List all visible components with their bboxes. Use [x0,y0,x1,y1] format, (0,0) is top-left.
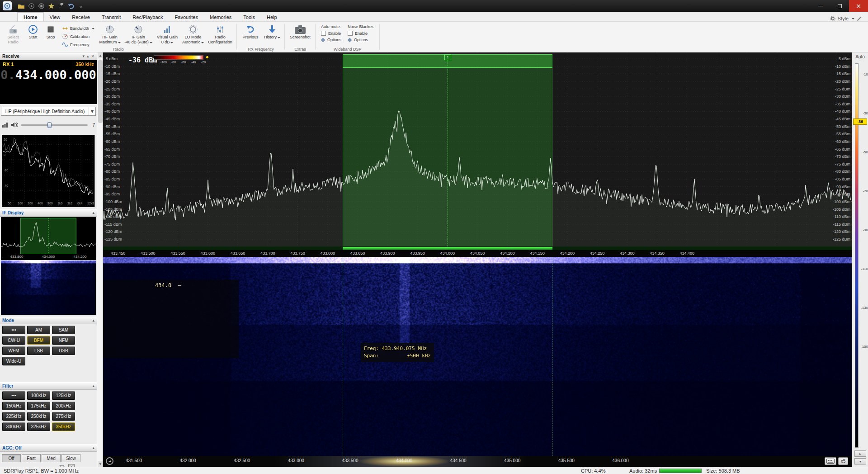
style-label[interactable]: Style [838,16,849,21]
levels-icon[interactable] [2,122,8,128]
calibration-button[interactable]: Calibration [61,33,96,40]
scroll-thumb[interactable] [98,60,103,123]
tab-tools[interactable]: Tools [237,13,261,21]
tab-favourites[interactable]: Favourites [169,13,204,21]
waterfall-display[interactable]: 434.0 – Freq: 433.940.075 MHz Span: ±500… [103,257,852,456]
palette-level-marker[interactable]: -36 [853,118,867,125]
noise-blanker-options[interactable]: Options [348,38,374,42]
filter-header[interactable]: Filter ▴ [0,382,97,390]
mode-button-wide-u[interactable]: Wide-U [2,357,25,365]
volume-slider-track[interactable] [21,124,88,126]
scroll-down-icon[interactable]: ▼ [98,461,103,467]
if-spectrum[interactable] [1,217,96,254]
previous-button[interactable]: Previous [240,23,261,46]
agc-button-med[interactable]: Med [42,454,61,462]
tuning-marker-flag[interactable]: 1 [444,54,451,60]
filter-collapse-icon[interactable]: ▴ [92,384,94,388]
stop-button[interactable]: Stop [42,23,59,46]
filter-button-more[interactable]: ••• [2,391,25,400]
audio-device-caret-icon[interactable]: ▼ [89,107,95,115]
palette-auto-label[interactable]: Auto [852,54,868,59]
auto-mute-enable-checkbox[interactable] [321,31,326,36]
lo-mode-button[interactable]: LO Mode Automatic [181,23,205,46]
pane-close-icon[interactable]: × [91,54,94,58]
filter-button-350khz[interactable]: 350kHz [52,422,75,431]
spectrum-display[interactable]: 1 -5 dBm-10 dBm-15 dBm-20 dBm-25 dBm-30 … [103,52,852,246]
auto-mute-options[interactable]: Options [321,38,341,42]
style-gear-icon[interactable] [830,16,835,21]
tuned-frequency[interactable]: 0.434.000.000 [0,68,97,82]
agc-button-fast[interactable]: Fast [22,454,41,462]
visual-gain-button[interactable]: Visual Gain 0 dB [155,23,180,46]
close-button[interactable]: × [849,0,868,12]
tuning-marker-line[interactable] [448,60,448,246]
audio-device-select[interactable]: HP (Périphérique High Definition Audio) … [1,107,96,116]
tab-rec-playback[interactable]: Rec/Playback [127,13,169,21]
tab-receive[interactable]: Receive [66,13,96,21]
screenshot-button[interactable]: Screenshot [288,23,313,46]
minimize-button[interactable]: — [811,0,830,12]
palette-scroll-down-icon[interactable]: ▾ [854,458,866,465]
filter-button-150khz[interactable]: 150kHz [2,402,25,410]
pane-pin-icon[interactable]: ▴ [87,54,89,58]
tab-help[interactable]: Help [261,13,283,21]
qat-dropdown-icon[interactable]: ⌄ [76,1,86,11]
undo-icon[interactable] [66,1,76,11]
filter-button-200khz[interactable]: 200kHz [52,402,75,410]
volume-slider-thumb[interactable] [47,122,52,128]
if-gain-button[interactable]: IF Gain -40 dB (Auto) [123,23,154,46]
agc-collapse-icon[interactable]: ▴ [92,446,94,450]
speaker-icon[interactable] [11,122,18,128]
waterfall-frequency-scale[interactable]: ◄ x5 431.500432.000432.500433.000433.500… [103,456,852,467]
mode-button-usb[interactable]: USB [52,346,75,355]
filter-button-125khz[interactable]: 125kHz [52,391,75,400]
style-caret-icon[interactable] [852,18,854,21]
mode-button-lsb[interactable]: LSB [27,346,50,355]
volume-slider[interactable] [21,122,88,128]
filter-button-275khz[interactable]: 275kHz [52,412,75,421]
folder-icon[interactable] [16,1,26,11]
mode-button-sam[interactable]: SAM [52,326,75,334]
zoom-strip-passband[interactable] [343,247,552,250]
tab-memories[interactable]: Memories [204,13,237,21]
spectrum-zoom-strip[interactable] [103,246,852,250]
filter-button-100khz[interactable]: 100kHz [27,391,50,400]
mode-button-cw-u[interactable]: CW-U [2,336,25,345]
record-icon[interactable] [36,1,46,11]
mode-button-bfm[interactable]: BFM [27,336,50,345]
keyboard-entry-button[interactable] [825,457,836,465]
noise-blanker-enable[interactable]: Enable [348,31,374,36]
tab-home[interactable]: Home [17,12,44,21]
mode-header[interactable]: Mode ▴ [0,317,97,324]
scroll-up-icon[interactable]: ▲ [98,52,103,58]
spectrum-frequency-scale[interactable]: 433.450433.500433.550433.600433.650433.7… [103,250,852,257]
agc-button-off[interactable]: Off [2,454,21,462]
mode-button-wfm[interactable]: WFM [2,346,25,355]
agc-header[interactable]: AGC: Off ▴ [0,444,97,452]
if-display-collapse-icon[interactable]: ▴ [92,210,94,215]
history-button[interactable]: History [262,23,282,46]
radio-configuration-button[interactable]: Radio Configuration [206,23,234,46]
waterfall-zoom-button[interactable]: x5 [838,457,848,465]
mode-button-am[interactable]: AM [27,326,50,334]
tab-view[interactable]: View [44,13,66,21]
rf-gain-button[interactable]: RF Gain Maximum [98,23,122,46]
pane-dropdown-icon[interactable]: ▾ [82,54,85,58]
auto-mute-enable[interactable]: Enable [321,31,341,36]
filter-button-300khz[interactable]: 300kHz [2,422,25,431]
mode-button-nfm[interactable]: NFM [52,336,75,345]
wrench-icon[interactable] [56,1,66,11]
filter-button-325khz[interactable]: 325kHz [27,422,50,431]
if-display-header[interactable]: IF Display ▴ [0,209,97,217]
maximize-button[interactable] [830,0,849,12]
filter-button-225khz[interactable]: 225kHz [2,412,25,421]
select-radio-button[interactable]: Select Radio [3,23,24,46]
start-button[interactable]: Start [24,23,42,46]
tab-transmit[interactable]: Transmit [96,13,127,21]
mode-collapse-icon[interactable]: ▴ [92,318,94,322]
filter-button-250khz[interactable]: 250kHz [27,412,50,421]
receive-panel-scrollbar[interactable]: ▲ ▼ [97,52,103,467]
bandwidth-button[interactable]: Bandwidth [61,25,96,32]
waterfall-pause-button[interactable]: ◄ [106,457,113,465]
noise-blanker-enable-checkbox[interactable] [348,31,353,36]
